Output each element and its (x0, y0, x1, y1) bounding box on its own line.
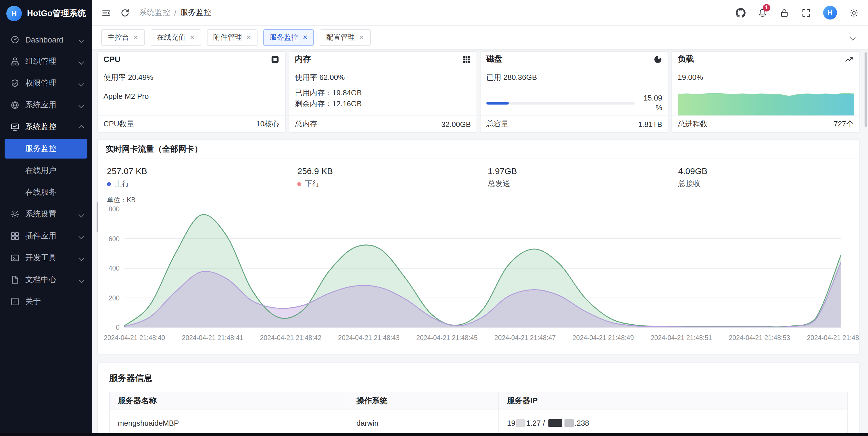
gear-icon (10, 210, 20, 219)
traffic-down-value: 256.9 KB (298, 166, 479, 176)
tab-config[interactable]: 配置管理 ✕ (320, 29, 370, 46)
col-os: 操作系统 (348, 392, 499, 410)
load-footer-value: 727个 (834, 119, 854, 129)
chevron-down-icon (79, 59, 84, 64)
sidebar-item-permission[interactable]: 权限管理 (0, 72, 92, 94)
memory-card-title: 内存 (295, 54, 311, 64)
disk-used: 已用 280.36GB (486, 72, 662, 83)
x-axis-label: 2024-04-21 21:48:53 (728, 334, 790, 341)
chevron-down-icon (79, 233, 84, 239)
load-trend-icon (845, 55, 854, 64)
tab-online-recharge[interactable]: 在线充值 ✕ (150, 29, 201, 46)
sidebar-item-about[interactable]: 关于 (0, 291, 92, 312)
sidebar-item-settings[interactable]: 系统设置 (0, 203, 92, 225)
up-dot-icon (107, 182, 111, 186)
memory-usage: 使用率 62.00% (295, 72, 471, 83)
sidebar-item-service-monitor[interactable]: 服务监控 (5, 139, 87, 159)
stat-cards-row: CPU 使用率 20.49% Apple M2 Pro CPU数量 10核心 (97, 51, 860, 133)
sidebar-item-label: 权限管理 (25, 78, 79, 89)
tab-list-chevron-icon[interactable] (848, 33, 859, 42)
breadcrumb-item[interactable]: 系统监控 (139, 7, 170, 18)
plugin-icon (10, 232, 20, 241)
close-icon[interactable]: ✕ (133, 34, 138, 41)
memory-footer-value: 32.00GB (441, 120, 471, 128)
cpu-footer-value: 10核心 (256, 119, 279, 129)
avatar[interactable]: H (823, 6, 837, 20)
server-ip-cell: 191.27 / .238 (499, 410, 847, 436)
sidebar-item-label: 系统设置 (25, 209, 79, 220)
x-axis-label: 2024-04-21 21:48:43 (338, 334, 400, 341)
sidebar-item-label: 组织管理 (25, 56, 79, 67)
x-axis-label: 2024-04-21 21:48:40 (104, 334, 165, 341)
gear-icon[interactable] (849, 8, 859, 18)
sidebar-subitem-label: 在线服务 (25, 187, 56, 198)
load-sparkline (678, 86, 854, 116)
close-icon[interactable]: ✕ (302, 34, 308, 41)
breadcrumb-item-current[interactable]: 服务监控 (181, 7, 212, 18)
bell-icon[interactable]: 1 (757, 8, 767, 18)
tab-label: 附件管理 (213, 32, 242, 42)
cpu-icon (271, 55, 279, 64)
lock-icon[interactable] (779, 8, 789, 18)
tab-service-monitor[interactable]: 服务监控 ✕ (263, 29, 314, 46)
content-scrollbar-thumb[interactable] (97, 202, 98, 232)
sidebar-item-docs[interactable]: 文档中心 (0, 269, 92, 291)
sidebar-item-label: 插件应用 (25, 231, 79, 241)
docs-icon (10, 275, 20, 284)
tabbar: 主控台 ✕ 在线充值 ✕ 附件管理 ✕ 服务监控 ✕ 配置管理 ✕ (92, 26, 868, 49)
tab-console[interactable]: 主控台 ✕ (101, 29, 145, 46)
close-icon[interactable]: ✕ (246, 34, 251, 41)
sidebar-item-sysmonitor[interactable]: 系统监控 (0, 116, 92, 138)
sidebar-item-label: 开发工具 (25, 253, 79, 263)
server-info-title: 服务器信息 (109, 363, 848, 392)
traffic-up-label: 上行 (114, 179, 129, 189)
sidebar-item-label: Dashboard (25, 35, 79, 44)
disk-progress-fill (486, 101, 509, 104)
notification-badge: 1 (763, 4, 770, 11)
traffic-down-label: 下行 (305, 179, 320, 189)
close-icon[interactable]: ✕ (359, 34, 364, 41)
refresh-icon[interactable] (120, 8, 130, 18)
sidebar-item-dashboard[interactable]: Dashboard (0, 29, 92, 51)
github-icon[interactable] (736, 8, 746, 18)
tab-attachments[interactable]: 附件管理 ✕ (207, 29, 257, 46)
disk-card: 磁盘 已用 280.36GB 15.09 % (480, 51, 669, 133)
sidebar-item-sysapps[interactable]: 系统应用 (0, 94, 92, 116)
col-server-name: 服务器名称 (110, 392, 348, 410)
sidebar-item-label: 系统应用 (25, 100, 79, 110)
breadcrumb-separator: / (174, 8, 177, 17)
cpu-usage: 使用率 20.49% (103, 72, 279, 83)
sidebar-item-online-users[interactable]: 在线用户 (5, 160, 87, 181)
fullscreen-icon[interactable] (801, 8, 811, 18)
disk-footer-value: 1.81TB (638, 120, 662, 128)
tab-label: 在线充值 (157, 32, 185, 42)
sidebar-item-devtools[interactable]: 开发工具 (0, 247, 92, 269)
sidebar-item-label: 文档中心 (25, 275, 79, 285)
server-ip-value: 191.27 / .238 (507, 419, 589, 427)
app-logo[interactable]: H HotGo管理系统 (0, 0, 92, 26)
sidebar-item-org[interactable]: 组织管理 (0, 51, 92, 72)
load-card: 负载 19.00% 总进程数 727个 (672, 51, 860, 133)
sidebar-item-online-services[interactable]: 在线服务 (5, 181, 87, 203)
page-scrollbar-thumb[interactable] (865, 52, 867, 127)
traffic-y-axis: 0200400600800 (107, 206, 124, 343)
sidebar-item-plugins[interactable]: 插件应用 (0, 225, 92, 247)
traffic-chart: 单位：KB 0200400600800 2024-04-21 21:48:402… (107, 196, 841, 343)
chevron-down-icon (79, 255, 84, 261)
table-row: mengshuaideMBP darwin 191.27 / .238 (110, 410, 847, 436)
about-icon (10, 297, 20, 306)
redacted-block (548, 420, 562, 427)
redacted-block (517, 420, 525, 427)
breadcrumb: 系统监控 / 服务监控 (139, 7, 212, 18)
y-axis-label: 800 (108, 206, 120, 212)
memory-free: 剩余内存：12.16GB (295, 98, 471, 109)
cpu-footer-label: CPU数量 (103, 119, 134, 129)
x-axis-label: 2024-04-21 21:48:51 (651, 334, 712, 341)
close-icon[interactable]: ✕ (189, 34, 194, 41)
tab-label: 服务监控 (270, 32, 298, 42)
chevron-down-icon (79, 211, 84, 217)
x-axis-label: 2024-04-21 21:48:41 (182, 334, 243, 341)
traffic-received-value: 4.09GB (678, 166, 860, 176)
menu-fold-icon[interactable] (101, 8, 111, 18)
down-dot-icon (298, 182, 302, 186)
